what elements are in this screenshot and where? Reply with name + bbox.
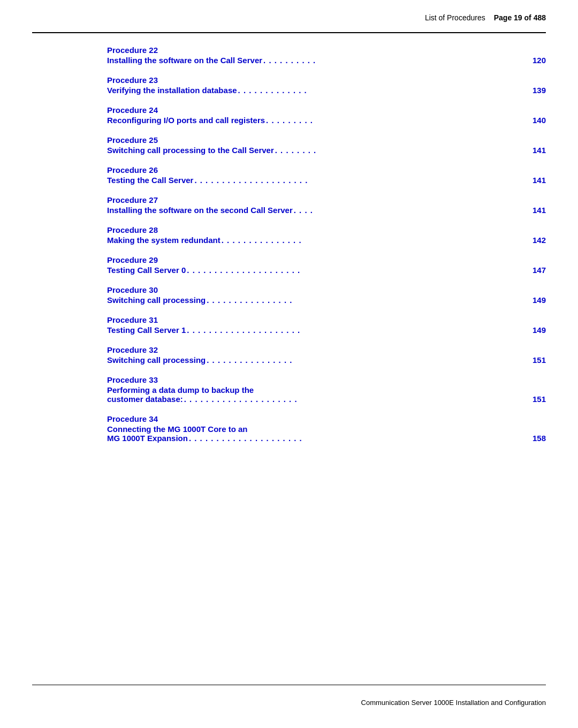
procedure-item-25: Procedure 25Switching call processing to… [107,135,546,155]
procedure-page-30: 149 [533,295,546,305]
procedure-dots-28: . . . . . . . . . . . . . . . [222,236,531,245]
procedure-title-33: Procedure 33 [107,375,546,384]
procedure-page-24: 140 [533,116,546,125]
procedure-desc-32: Switching call processing . . . . . . . … [107,355,546,365]
procedure-desc-30: Switching call processing . . . . . . . … [107,295,546,305]
procedure-item-23: Procedure 23Verifying the installation d… [107,75,546,95]
procedure-desc-text-23: Verifying the installation database [107,86,237,95]
footer-text: Communication Server 1000E Installation … [361,699,546,707]
procedure-dots-24: . . . . . . . . . [266,116,531,125]
procedure-dots-31: . . . . . . . . . . . . . . . . . . . . … [187,325,531,335]
content-area: Procedure 22Installing the software on t… [107,46,546,674]
procedure-dots-30: . . . . . . . . . . . . . . . . [207,295,531,305]
procedure-desc-line1-33: Performing a data dump to backup the [107,385,254,395]
procedure-desc-22: Installing the software on the Call Serv… [107,56,546,65]
procedure-dots-32: . . . . . . . . . . . . . . . . [207,355,531,365]
procedure-title-29: Procedure 29 [107,255,546,264]
procedure-desc-text-27: Installing the software on the second Ca… [107,206,293,215]
procedure-dots-26: . . . . . . . . . . . . . . . . . . . . … [194,176,531,185]
procedure-desc-text-26: Testing the Call Server [107,176,193,185]
procedure-page-32: 151 [533,355,546,365]
procedure-page-23: 139 [533,86,546,95]
procedure-desc-text-24: Reconfiguring I/O ports and call registe… [107,116,265,125]
procedure-title-27: Procedure 27 [107,195,546,204]
procedure-dots-34: . . . . . . . . . . . . . . . . . . . . … [189,434,531,443]
procedure-title-23: Procedure 23 [107,75,546,85]
procedure-page-22: 120 [533,56,546,65]
procedure-desc-text-28: Making the system redundant [107,236,220,245]
procedure-title-25: Procedure 25 [107,135,546,145]
procedure-desc-row2-34: MG 1000T Expansion . . . . . . . . . . .… [107,434,546,443]
procedure-page-25: 141 [533,146,546,155]
procedure-item-31: Procedure 31Testing Call Server 1 . . . … [107,315,546,335]
procedure-list: Procedure 22Installing the software on t… [107,46,546,453]
procedure-dots-33: . . . . . . . . . . . . . . . . . . . . … [184,395,531,404]
procedure-page-28: 142 [533,236,546,245]
bottom-border [32,685,546,685]
top-border [32,32,546,33]
procedure-desc-24: Reconfiguring I/O ports and call registe… [107,116,546,125]
procedure-item-30: Procedure 30Switching call processing . … [107,285,546,305]
procedure-title-26: Procedure 26 [107,165,546,175]
procedure-desc-26: Testing the Call Server . . . . . . . . … [107,176,546,185]
procedure-desc-line1-34: Connecting the MG 1000T Core to an [107,424,248,434]
procedure-item-26: Procedure 26Testing the Call Server . . … [107,165,546,185]
procedure-dots-23: . . . . . . . . . . . . . [238,86,531,95]
procedure-desc-27: Installing the software on the second Ca… [107,206,546,215]
procedure-desc-29: Testing Call Server 0 . . . . . . . . . … [107,266,546,275]
procedure-desc-line2-34: MG 1000T Expansion [107,434,188,443]
procedure-desc-text-30: Switching call processing [107,295,206,305]
procedure-item-32: Procedure 32Switching call processing . … [107,345,546,365]
procedure-page-34: 158 [533,434,546,443]
procedure-page-29: 147 [533,266,546,275]
procedure-dots-27: . . . . [294,206,531,215]
procedure-desc-text-32: Switching call processing [107,355,206,365]
procedure-desc-31: Testing Call Server 1 . . . . . . . . . … [107,325,546,335]
procedure-title-22: Procedure 22 [107,46,546,55]
procedure-item-24: Procedure 24Reconfiguring I/O ports and … [107,105,546,125]
header-page: Page 19 of 488 [494,13,546,22]
procedure-title-34: Procedure 34 [107,414,546,423]
procedure-dots-25: . . . . . . . . [275,146,531,155]
procedure-desc-row2-33: customer database: . . . . . . . . . . .… [107,395,546,404]
procedure-title-30: Procedure 30 [107,285,546,294]
procedure-desc-34: Connecting the MG 1000T Core to anMG 100… [107,424,546,443]
procedure-item-34: Procedure 34Connecting the MG 1000T Core… [107,414,546,443]
procedure-desc-line2-33: customer database: [107,395,183,404]
procedure-title-32: Procedure 32 [107,345,546,354]
procedure-desc-28: Making the system redundant . . . . . . … [107,236,546,245]
procedure-desc-text-29: Testing Call Server 0 [107,266,186,275]
procedure-item-33: Procedure 33Performing a data dump to ba… [107,375,546,404]
procedure-desc-text-22: Installing the software on the Call Serv… [107,56,262,65]
procedure-desc-23: Verifying the installation database . . … [107,86,546,95]
procedure-page-31: 149 [533,325,546,335]
procedure-page-27: 141 [533,206,546,215]
procedure-title-24: Procedure 24 [107,105,546,115]
procedure-title-28: Procedure 28 [107,225,546,234]
procedure-item-27: Procedure 27Installing the software on t… [107,195,546,215]
procedure-title-31: Procedure 31 [107,315,546,324]
procedure-dots-22: . . . . . . . . . . [263,56,531,65]
header-section: List of Procedures [425,13,485,22]
page-footer: Communication Server 1000E Installation … [32,699,546,707]
procedure-item-22: Procedure 22Installing the software on t… [107,46,546,65]
page-header: List of Procedures Page 19 of 488 [32,13,546,22]
procedure-dots-29: . . . . . . . . . . . . . . . . . . . . … [187,266,531,275]
procedure-item-28: Procedure 28Making the system redundant … [107,225,546,245]
procedure-page-33: 151 [533,395,546,404]
procedure-page-26: 141 [533,176,546,185]
procedure-desc-33: Performing a data dump to backup thecust… [107,385,546,404]
procedure-desc-text-31: Testing Call Server 1 [107,325,186,335]
procedure-desc-25: Switching call processing to the Call Se… [107,146,546,155]
procedure-desc-text-25: Switching call processing to the Call Se… [107,146,274,155]
procedure-item-29: Procedure 29Testing Call Server 0 . . . … [107,255,546,275]
